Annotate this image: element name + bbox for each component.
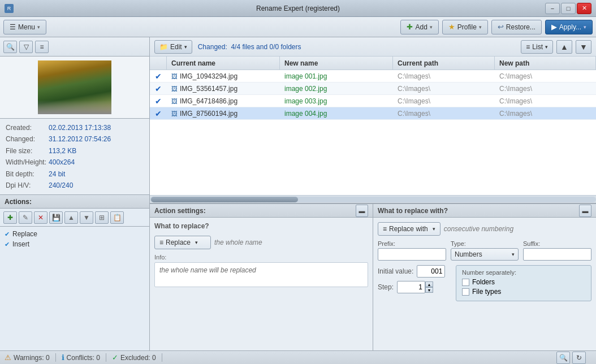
main-layout: 🔍 ▽ ≡ Created: 02.02.2013 17:13:38 Chang…: [0, 37, 596, 350]
step-row: Step: ▲ ▼: [378, 281, 451, 293]
initial-value-row: Initial value:: [378, 265, 451, 278]
excluded-label: Excluded: 0: [120, 354, 156, 362]
table-row[interactable]: ✔ 🖼 IMG_10943294.jpg image 001.jpg C:\Im…: [150, 70, 596, 83]
row-current-name-0: 🖼 IMG_10943294.jpg: [167, 70, 280, 82]
replace-label: Replace: [12, 230, 37, 238]
initial-value-label: Initial value:: [378, 267, 413, 275]
edit-action-button[interactable]: ✎: [19, 211, 32, 224]
conflicts-icon: ℹ: [62, 353, 64, 362]
statusbar: ⚠ Warnings: 0 ℹ Conflicts: 0 ✓ Excluded:…: [0, 350, 596, 364]
th-current-name: Current name: [167, 57, 280, 70]
step-up-button[interactable]: ▲: [425, 281, 433, 287]
folders-checkbox[interactable]: [462, 279, 469, 286]
close-button[interactable]: ✕: [577, 3, 591, 14]
preview-area: [0, 57, 149, 119]
restore-button[interactable]: ↩ Restore...: [491, 20, 542, 34]
suffix-input[interactable]: [523, 248, 591, 261]
save-action-button[interactable]: 💾: [49, 211, 63, 224]
paste-action-button[interactable]: 📋: [110, 211, 124, 224]
add-button[interactable]: ✚ Add ▾: [400, 20, 438, 34]
copy-action-button[interactable]: ⊞: [95, 211, 109, 224]
status-search-button[interactable]: 🔍: [556, 352, 570, 364]
row-current-path-1: C:\Images\: [393, 83, 495, 94]
left-toolbar: 🔍 ▽ ≡: [0, 37, 149, 57]
step-down-button[interactable]: ▼: [425, 287, 433, 293]
number-separately-label: Number separately:: [462, 269, 585, 276]
collapse-action-settings[interactable]: ▬: [356, 205, 368, 217]
check-icon-2: ✔: [155, 97, 162, 106]
list-label: List: [532, 43, 543, 51]
row-new-name-0: image 001.jpg: [280, 70, 393, 82]
add-action-button[interactable]: ✚: [3, 211, 17, 224]
table-row[interactable]: ✔ 🖼 IMG_53561457.jpg image 002.jpg C:\Im…: [150, 83, 596, 95]
prefix-label: Prefix:: [378, 240, 446, 247]
action-replace[interactable]: ✔ Replace: [5, 230, 145, 238]
folders-checkbox-row[interactable]: Folders: [462, 278, 585, 286]
edit-label: Edit: [170, 43, 182, 51]
status-refresh-button[interactable]: ↻: [572, 352, 586, 364]
replace-dropdown[interactable]: ≡ Replace ▾: [154, 236, 211, 249]
warnings-icon: ⚠: [5, 353, 11, 362]
nav-down-button[interactable]: ▼: [576, 40, 591, 54]
file-table: Current name New name Current path New p…: [150, 57, 596, 195]
file-types-checkbox-row[interactable]: File types: [462, 288, 585, 296]
changed-label: Changed:: [6, 133, 46, 145]
th-new-path: New path: [495, 57, 596, 70]
profile-dropdown-arrow: ▾: [479, 24, 482, 30]
th-check: [150, 57, 167, 70]
menu-button[interactable]: ☰ Menu ▾: [3, 20, 46, 34]
table-row[interactable]: ✔ 🖼 IMG_87560194.jpg image 004.jpg C:\Im…: [150, 107, 596, 120]
action-settings-header: Action settings: ▬: [150, 204, 373, 218]
actions-toolbar: ✚ ✎ ✕ 💾 ▲ ▼ ⊞ 📋: [0, 209, 149, 227]
row-current-name-2: 🖼 IMG_64718486.jpg: [167, 95, 280, 107]
row-check-2: ✔: [150, 95, 167, 107]
row-check-0: ✔: [150, 70, 167, 82]
table-row[interactable]: ✔ 🖼 IMG_64718486.jpg image 003.jpg C:\Im…: [150, 95, 596, 107]
filter-button[interactable]: ▽: [19, 41, 33, 53]
collapse-replace-settings[interactable]: ▬: [579, 205, 591, 217]
list-button[interactable]: ≡ List ▾: [521, 40, 553, 54]
file-list-area: 📁 Edit ▾ Changed: 4/4 files and 0/0 fold…: [150, 37, 596, 203]
replace-with-dropdown[interactable]: ≡ Replace with ▾: [378, 222, 440, 236]
maximize-button[interactable]: □: [561, 3, 576, 14]
file-types-checkbox[interactable]: [462, 288, 469, 296]
horizontal-scrollbar[interactable]: [150, 195, 596, 203]
changed-value: 31.12.2012 07:54:26: [49, 133, 111, 145]
replace-with-menu-icon: ≡: [383, 225, 387, 233]
delete-action-button[interactable]: ✕: [34, 211, 47, 224]
action-insert[interactable]: ✔ Insert: [5, 240, 145, 248]
dpi-label: Dpi H/V:: [6, 180, 46, 191]
options-button[interactable]: ≡: [35, 41, 49, 53]
initial-step-col: Initial value: Step: ▲: [378, 265, 451, 293]
edit-button[interactable]: 📁 Edit ▾: [154, 40, 192, 54]
bitdepth-label: Bit depth:: [6, 168, 46, 180]
move-up-button[interactable]: ▲: [64, 211, 78, 224]
type-dropdown-arrow: ▾: [512, 252, 515, 257]
prefix-input[interactable]: [378, 248, 446, 261]
search-button[interactable]: 🔍: [3, 41, 17, 53]
nav-up-button[interactable]: ▲: [556, 40, 572, 54]
minimize-button[interactable]: −: [545, 3, 560, 14]
step-input[interactable]: [397, 281, 425, 293]
row-new-name-2: image 003.jpg: [280, 95, 393, 107]
replace-settings-panel: What to replace with? ▬ ≡ Replace with ▾…: [373, 204, 596, 350]
apply-play-icon: ▶: [551, 23, 557, 31]
row-current-path-0: C:\Images\: [393, 70, 495, 82]
move-down-button[interactable]: ▼: [80, 211, 93, 224]
suffix-label: Suffix:: [523, 240, 591, 247]
actions-header: Actions:: [0, 195, 149, 209]
row-current-path-2: C:\Images\: [393, 95, 495, 107]
scrollbar-thumb[interactable]: [151, 197, 298, 202]
profile-button[interactable]: ★ Profile ▾: [442, 20, 488, 34]
file-icon-0: 🖼: [171, 73, 178, 80]
menu-dropdown-arrow: ▾: [37, 24, 40, 30]
type-select[interactable]: Numbers ▾: [451, 248, 519, 261]
created-value: 02.02.2013 17:13:38: [49, 122, 111, 133]
window-title: Rename Expert (registered): [256, 5, 340, 12]
initial-value-input[interactable]: [417, 265, 445, 278]
right-panel: 📁 Edit ▾ Changed: 4/4 files and 0/0 fold…: [150, 37, 596, 350]
row-check-3: ✔: [150, 107, 167, 119]
star-icon: ★: [448, 23, 455, 31]
apply-button[interactable]: ▶ Apply... ▾: [545, 20, 593, 34]
conflicts-status: ℹ Conflicts: 0: [62, 353, 106, 362]
